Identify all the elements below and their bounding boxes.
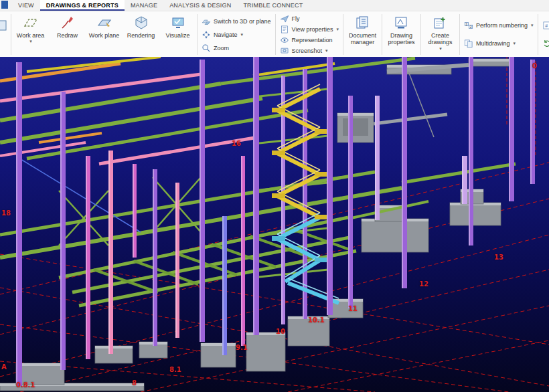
chevron-down-icon[interactable]: ▾: [29, 39, 32, 44]
toolbar-group: Drawing properties: [383, 11, 420, 58]
fly-icon: [280, 14, 289, 23]
toolbar: Work area▾RedrawWork planeRenderingVisua…: [0, 11, 549, 58]
fly-button[interactable]: Fly: [279, 13, 340, 23]
zoom-button[interactable]: Zoom: [200, 43, 272, 53]
button-label: Zoom: [214, 45, 229, 52]
view-properties-button[interactable]: View properties▾: [279, 24, 340, 34]
change-button[interactable]: Change▾: [541, 38, 549, 48]
button-label: Perform numbering: [476, 22, 528, 29]
grid-label: 0.8.1: [16, 381, 35, 389]
work-area-icon: [23, 15, 38, 30]
model-3d-svg: [0, 57, 549, 392]
navigate-icon: [202, 30, 211, 39]
button-label: Drawing properties: [383, 32, 420, 46]
drawing-properties-button[interactable]: Drawing properties: [383, 11, 420, 58]
button-label: Visualize: [166, 32, 190, 39]
representation-icon: [280, 35, 289, 45]
number-icon: #: [542, 21, 549, 30]
multidrawing-icon: [464, 39, 473, 48]
redraw-button[interactable]: Redraw: [49, 11, 86, 58]
grid-label: 12: [419, 280, 428, 288]
navigate-button[interactable]: Navigate▾: [200, 29, 272, 39]
perform-numbering-button[interactable]: 12Perform numbering▾: [463, 21, 535, 31]
chevron-down-icon[interactable]: ▾: [336, 27, 339, 32]
drawing-properties-icon: [394, 15, 408, 30]
button-label: Work plane: [89, 32, 119, 39]
work-plane-button[interactable]: Work plane: [86, 11, 123, 58]
document-manager-icon: [355, 15, 370, 30]
toolbar-group: FlyView properties▾RepresentationScreens…: [277, 11, 342, 58]
visualize-icon: [171, 15, 185, 30]
tab-view[interactable]: VIEW: [12, 0, 40, 11]
tab-analysis-design[interactable]: ANALYSIS & DESIGN: [163, 0, 237, 11]
toolbar-separator: [459, 14, 460, 55]
grid-label: 16: [232, 140, 241, 147]
screenshot-icon: [280, 46, 289, 56]
work-area-button[interactable]: Work area▾: [12, 11, 49, 58]
toolbar-group: Work area▾RedrawWork planeRenderingVisua…: [12, 11, 196, 58]
clipped-icon: [0, 18, 9, 33]
toolbar-separator: [382, 14, 382, 55]
create-drawings-icon: [433, 15, 447, 30]
change-icon: [542, 39, 549, 48]
model-viewport[interactable]: 0161813121110.1109.18.18A0.8.1: [0, 57, 549, 392]
grid-label: A: [1, 363, 7, 371]
multidrawing-button[interactable]: Multidrawing▾: [463, 38, 535, 48]
create-drawings-button[interactable]: Create drawings▾: [422, 11, 459, 58]
toolbar-group: Document manager: [344, 11, 381, 58]
chevron-down-icon[interactable]: ▾: [325, 48, 328, 54]
grid-label: 0: [532, 62, 537, 70]
grid-label: 8.1: [169, 366, 181, 373]
chevron-down-icon[interactable]: ▾: [513, 41, 516, 46]
number-button[interactable]: #Number▾: [541, 21, 549, 31]
screenshot-button[interactable]: Screenshot▾: [279, 45, 340, 56]
grid-label: 18: [1, 209, 11, 217]
rendering-icon: [134, 15, 149, 30]
button-label: Navigate: [214, 31, 238, 38]
tab-trimble-connect[interactable]: TRIMBLE CONNECT: [237, 0, 309, 11]
grid-label: 8: [132, 379, 137, 387]
tab-manage[interactable]: MANAGE: [125, 0, 163, 11]
toolbar-group: #Number▾Change▾: [539, 11, 549, 58]
document-manager-button[interactable]: Document manager: [344, 11, 381, 58]
switch-3d-icon: [202, 17, 211, 26]
chevron-down-icon[interactable]: ▾: [241, 32, 244, 37]
chevron-down-icon[interactable]: ▾: [531, 23, 534, 28]
button-label: Work area: [17, 32, 44, 39]
chevron-down-icon[interactable]: ▾: [439, 46, 442, 52]
switch-3d-button[interactable]: Switch to 3D or plane: [200, 16, 272, 26]
app-logo-icon[interactable]: [1, 1, 8, 9]
toolbar-separator: [538, 14, 538, 55]
tab-drawings-reports[interactable]: DRAWINGS & REPORTS: [40, 0, 125, 11]
toolbar-separator: [197, 14, 198, 55]
clipped-button[interactable]: [0, 11, 10, 58]
toolbar-separator: [11, 14, 11, 55]
toolbar-separator: [343, 14, 343, 55]
button-label: Redraw: [57, 32, 78, 39]
representation-button[interactable]: Representation: [279, 35, 340, 45]
button-label: Representation: [292, 37, 333, 43]
work-plane-icon: [97, 15, 112, 30]
svg-text:#: #: [545, 23, 548, 28]
grid-label: 9.1: [236, 344, 248, 351]
button-label: Multidrawing: [476, 40, 510, 47]
toolbar-group: 12Perform numbering▾Multidrawing▾: [461, 11, 537, 58]
grid-label: 10.1: [308, 316, 325, 324]
grid-label: 11: [348, 305, 358, 312]
button-label: Document manager: [344, 32, 381, 46]
button-label: Screenshot: [292, 47, 323, 54]
button-label: Fly: [292, 15, 300, 22]
button-label: Switch to 3D or plane: [214, 18, 271, 25]
button-label: View properties: [292, 26, 333, 33]
toolbar-separator: [275, 14, 276, 55]
toolbar-group: Create drawings▾: [422, 11, 459, 58]
ribbon-tabs: VIEWDRAWINGS & REPORTSMANAGEANALYSIS & D…: [0, 0, 549, 11]
perform-numbering-icon: 12: [464, 21, 473, 30]
view-properties-icon: [280, 25, 289, 34]
button-label: Rendering: [127, 32, 155, 39]
toolbar-separator: [420, 14, 421, 55]
grid-label: 13: [494, 254, 503, 261]
rendering-button[interactable]: Rendering: [123, 11, 159, 58]
ribbon: VIEWDRAWINGS & REPORTSMANAGEANALYSIS & D…: [0, 0, 549, 57]
visualize-button[interactable]: Visualize: [159, 11, 196, 58]
